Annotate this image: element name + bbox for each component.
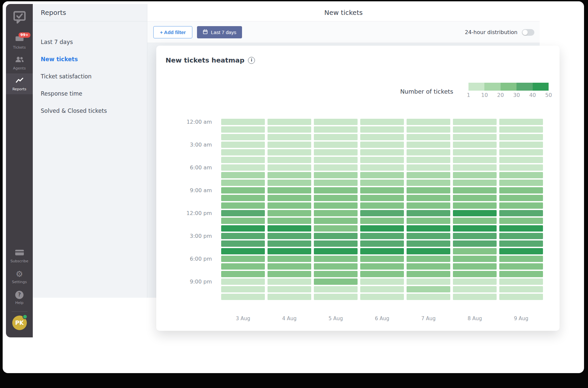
heatmap-cell[interactable]	[499, 286, 543, 292]
heatmap-cell[interactable]	[268, 271, 311, 277]
heatmap-cell[interactable]	[360, 187, 404, 194]
heatmap-cell[interactable]	[499, 279, 543, 285]
heatmap-cell[interactable]	[221, 248, 265, 254]
heatmap-cell[interactable]	[268, 294, 311, 300]
heatmap-cell[interactable]	[407, 256, 450, 262]
heatmap-cell[interactable]	[453, 271, 497, 277]
heatmap-cell[interactable]	[221, 233, 265, 239]
add-filter-button[interactable]: + Add filter	[153, 26, 192, 38]
sidebar-item-settings[interactable]: ⚙ Settings	[6, 266, 33, 287]
heatmap-cell[interactable]	[314, 134, 358, 140]
heatmap-cell[interactable]	[314, 279, 358, 285]
nav-item-solved-closed-tickets[interactable]: Solved & Closed tickets	[33, 102, 147, 119]
heatmap-cell[interactable]	[407, 180, 450, 186]
heatmap-cell[interactable]	[314, 248, 358, 254]
heatmap-cell[interactable]	[360, 126, 404, 133]
heatmap-cell[interactable]	[453, 157, 497, 163]
heatmap-cell[interactable]	[407, 294, 450, 300]
heatmap-cell[interactable]	[453, 286, 497, 292]
info-icon[interactable]: i	[248, 57, 255, 64]
heatmap-cell[interactable]	[360, 218, 404, 224]
heatmap-cell[interactable]	[499, 157, 543, 163]
heatmap-cell[interactable]	[314, 240, 358, 247]
heatmap-cell[interactable]	[499, 119, 543, 125]
heatmap-cell[interactable]	[221, 218, 265, 224]
heatmap-cell[interactable]	[360, 134, 404, 140]
heatmap-cell[interactable]	[499, 126, 543, 133]
heatmap-cell[interactable]	[268, 210, 311, 216]
heatmap-cell[interactable]	[268, 187, 311, 194]
heatmap-cell[interactable]	[499, 164, 543, 171]
heatmap-cell[interactable]	[360, 225, 404, 232]
heatmap-cell[interactable]	[453, 279, 497, 285]
heatmap-cell[interactable]	[221, 172, 265, 178]
heatmap-cell[interactable]	[314, 202, 358, 209]
heatmap-cell[interactable]	[221, 157, 265, 163]
heatmap-cell[interactable]	[314, 172, 358, 178]
heatmap-cell[interactable]	[499, 263, 543, 270]
heatmap-cell[interactable]	[268, 240, 311, 247]
heatmap-cell[interactable]	[221, 240, 265, 247]
heatmap-cell[interactable]	[407, 126, 450, 133]
heatmap-cell[interactable]	[407, 142, 450, 148]
heatmap-cell[interactable]	[360, 149, 404, 155]
heatmap-cell[interactable]	[314, 149, 358, 155]
heatmap-cell[interactable]	[268, 149, 311, 155]
heatmap-cell[interactable]	[360, 279, 404, 285]
heatmap-cell[interactable]	[499, 248, 543, 254]
nav-item-last-7-days[interactable]: Last 7 days	[33, 33, 147, 51]
heatmap-cell[interactable]	[314, 218, 358, 224]
heatmap-cell[interactable]	[221, 256, 265, 262]
heatmap-cell[interactable]	[453, 172, 497, 178]
heatmap-cell[interactable]	[268, 286, 311, 292]
heatmap-cell[interactable]	[221, 149, 265, 155]
heatmap-cell[interactable]	[499, 172, 543, 178]
heatmap-cell[interactable]	[360, 286, 404, 292]
heatmap-cell[interactable]	[268, 202, 311, 209]
sidebar-item-tickets[interactable]: 99+ Tickets	[6, 32, 33, 53]
heatmap-cell[interactable]	[407, 225, 450, 232]
nav-item-new-tickets[interactable]: New tickets	[33, 51, 147, 68]
heatmap-cell[interactable]	[360, 248, 404, 254]
heatmap-cell[interactable]	[407, 202, 450, 209]
heatmap-cell[interactable]	[407, 157, 450, 163]
heatmap-cell[interactable]	[268, 248, 311, 254]
heatmap-cell[interactable]	[221, 119, 265, 125]
heatmap-cell[interactable]	[221, 134, 265, 140]
heatmap-cell[interactable]	[453, 164, 497, 171]
heatmap-cell[interactable]	[407, 172, 450, 178]
heatmap-cell[interactable]	[360, 210, 404, 216]
heatmap-cell[interactable]	[268, 225, 311, 232]
sidebar-item-subscribe[interactable]: Subscribe	[6, 245, 33, 266]
heatmap-cell[interactable]	[314, 164, 358, 171]
heatmap-cell[interactable]	[360, 294, 404, 300]
heatmap-cell[interactable]	[314, 210, 358, 216]
heatmap-cell[interactable]	[314, 119, 358, 125]
heatmap-cell[interactable]	[360, 180, 404, 186]
heatmap-cell[interactable]	[268, 134, 311, 140]
heatmap-cell[interactable]	[453, 294, 497, 300]
heatmap-cell[interactable]	[499, 240, 543, 247]
heatmap-cell[interactable]	[499, 256, 543, 262]
heatmap-cell[interactable]	[407, 218, 450, 224]
heatmap-cell[interactable]	[453, 195, 497, 201]
heatmap-cell[interactable]	[360, 256, 404, 262]
heatmap-cell[interactable]	[268, 279, 311, 285]
heatmap-cell[interactable]	[221, 286, 265, 292]
heatmap-cell[interactable]	[499, 294, 543, 300]
24-hour-distribution-toggle[interactable]	[522, 29, 534, 36]
heatmap-cell[interactable]	[268, 263, 311, 270]
heatmap-cell[interactable]	[221, 271, 265, 277]
heatmap-cell[interactable]	[499, 210, 543, 216]
heatmap-cell[interactable]	[499, 149, 543, 155]
heatmap-cell[interactable]	[314, 187, 358, 194]
sidebar-item-agents[interactable]: Agents	[6, 53, 33, 73]
heatmap-cell[interactable]	[360, 157, 404, 163]
app-logo chat-check-icon[interactable]	[12, 10, 27, 26]
heatmap-cell[interactable]	[453, 180, 497, 186]
heatmap-cell[interactable]	[499, 202, 543, 209]
heatmap-cell[interactable]	[221, 210, 265, 216]
heatmap-cell[interactable]	[407, 149, 450, 155]
heatmap-cell[interactable]	[268, 218, 311, 224]
heatmap-cell[interactable]	[499, 180, 543, 186]
